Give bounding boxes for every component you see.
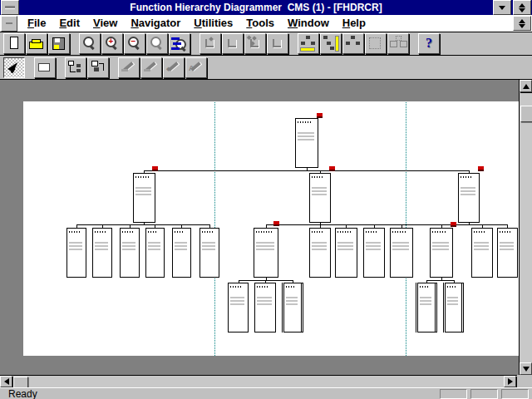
arrow-right-icon (508, 378, 513, 385)
menu-item-navigator[interactable]: Navigator (124, 15, 187, 32)
create-function-button[interactable] (34, 57, 56, 78)
minimize-button[interactable] (493, 0, 511, 15)
pointer-icon (4, 58, 24, 77)
function-box[interactable] (416, 283, 437, 332)
function-box[interactable] (145, 228, 165, 278)
function-box[interactable] (497, 228, 518, 278)
save-diagram-button[interactable] (48, 33, 70, 54)
red-flag-marker (273, 221, 279, 226)
save-icon (49, 34, 69, 53)
function-box[interactable] (390, 228, 413, 278)
function-box[interactable] (282, 283, 303, 332)
zoom-icon (80, 34, 100, 53)
zoom-display-button[interactable] (169, 33, 190, 54)
layout-dotted2-icon (388, 34, 408, 53)
connector-line (469, 223, 470, 225)
connector-line (426, 280, 455, 281)
menu-item-tools[interactable]: Tools (239, 15, 281, 32)
layout-vertical-button[interactable] (320, 33, 342, 54)
scrollbar-corner (517, 375, 532, 387)
help-button[interactable] (418, 33, 440, 54)
rect-icon (35, 58, 55, 77)
drawing-toolbar (0, 56, 532, 80)
function-box[interactable] (66, 228, 86, 278)
function-box[interactable] (254, 228, 278, 278)
arrow-left-icon (4, 378, 9, 385)
function-box[interactable] (309, 173, 331, 223)
menu-item-edit[interactable]: Edit (52, 15, 86, 32)
zoom-selection-button (146, 33, 168, 54)
menu-item-window[interactable]: Window (281, 15, 336, 32)
help-icon (419, 34, 439, 53)
document-system-menu-button[interactable] (1, 16, 17, 32)
layout-dotted-icon (366, 34, 386, 53)
red-flag-marker (152, 166, 158, 171)
layout-horizontal-button[interactable] (298, 33, 319, 54)
pencil-3-icon (164, 58, 184, 77)
scroll-right-button[interactable] (504, 376, 516, 387)
expand-hierarchy-button[interactable] (65, 57, 86, 78)
resequence-3-button (244, 33, 266, 54)
zoom-sel-icon (147, 34, 167, 53)
horizontal-scrollbar[interactable] (0, 375, 517, 387)
step-down-icon (200, 34, 220, 53)
function-box[interactable] (200, 228, 219, 278)
menu-item-help[interactable]: Help (336, 15, 372, 32)
zoom-out-button[interactable] (124, 33, 145, 54)
scroll-left-button[interactable] (0, 376, 12, 387)
layout-all-button (387, 33, 409, 54)
layout-v-icon (321, 34, 341, 53)
function-box[interactable] (335, 228, 357, 278)
document-system-menu-icon (6, 22, 12, 24)
new-diagram-button[interactable] (3, 33, 25, 54)
scroll-down-button[interactable] (520, 362, 532, 375)
layout-compact-button[interactable] (342, 33, 364, 54)
menu-item-utilities[interactable]: Utilities (187, 15, 239, 32)
system-menu-button[interactable] (1, 0, 19, 15)
function-box[interactable] (363, 228, 385, 278)
zoom-in-icon (102, 34, 122, 53)
connector-line (76, 224, 210, 225)
function-box[interactable] (471, 228, 493, 278)
main-toolbar (0, 32, 532, 56)
function-box[interactable] (430, 228, 453, 278)
function-box[interactable] (295, 118, 318, 168)
resequence-1-button (200, 33, 221, 54)
open-diagram-button[interactable] (26, 33, 47, 54)
restore-icon (519, 3, 525, 12)
function-box[interactable] (458, 173, 480, 223)
function-box[interactable] (92, 228, 112, 278)
app-window: Function Hierarchy Diagrammer CMS (1) - … (0, 0, 532, 399)
function-box[interactable] (133, 173, 155, 223)
function-box[interactable] (309, 228, 331, 278)
menu-item-file[interactable]: File (21, 15, 52, 32)
menu-item-view[interactable]: View (86, 15, 124, 32)
zoom-in-button[interactable] (101, 33, 123, 54)
arrow-up-icon (523, 84, 530, 89)
vertical-scroll-thumb[interactable] (520, 106, 532, 122)
select-tool-button[interactable] (3, 57, 25, 78)
scroll-up-button[interactable] (520, 80, 532, 92)
function-box[interactable] (254, 283, 276, 332)
function-box[interactable] (120, 228, 140, 278)
function-box[interactable] (228, 283, 249, 332)
diagram-canvas[interactable] (0, 80, 519, 375)
zoom-out-icon (125, 34, 145, 53)
zoom-normal-button[interactable] (79, 33, 101, 54)
window-title: Function Hierarchy Diagrammer CMS (1) - … (20, 0, 492, 15)
red-flag-marker (451, 222, 456, 227)
status-panel-2 (470, 389, 498, 399)
collapse-hierarchy-button[interactable] (87, 57, 109, 78)
restore-button[interactable] (513, 0, 531, 15)
resequence-2-button (222, 33, 244, 54)
vertical-scrollbar[interactable] (519, 80, 532, 375)
menu-bar: FileEditViewNavigatorUtilitiesToolsWindo… (0, 15, 532, 32)
document-restore-button[interactable] (513, 16, 531, 31)
step-corner-icon (223, 34, 243, 53)
step-multi-icon (245, 34, 265, 53)
new-icon (4, 34, 24, 53)
pencil-2-icon (141, 58, 161, 77)
status-panel-1 (440, 389, 467, 399)
function-box[interactable] (443, 283, 464, 332)
function-box[interactable] (172, 228, 191, 278)
